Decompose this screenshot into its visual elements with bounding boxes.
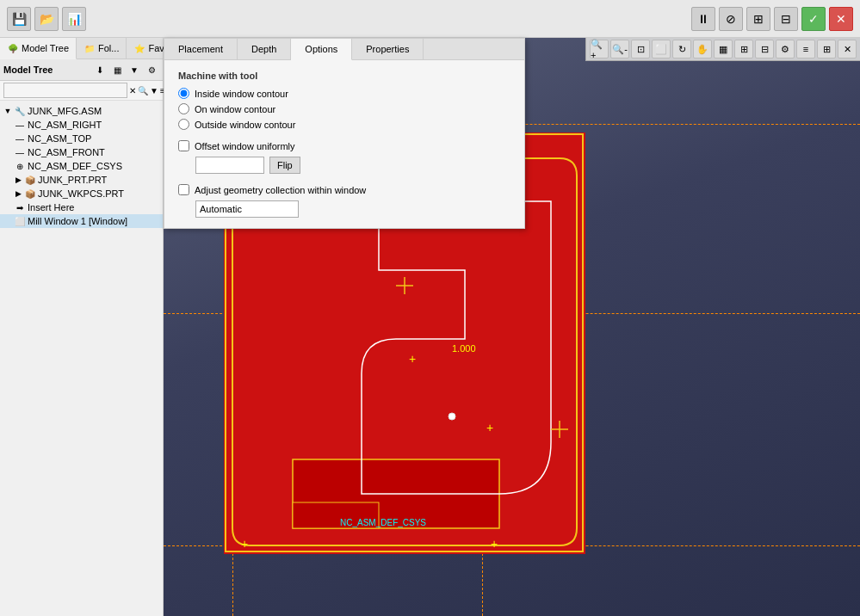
- tab-options[interactable]: Options: [291, 39, 352, 60]
- options-body: Machine with tool Inside window contour …: [164, 60, 524, 228]
- view-more1-button[interactable]: ⊞: [734, 40, 753, 59]
- tree-item-mill-window[interactable]: ⬜ Mill Window 1 [Window]: [0, 214, 163, 228]
- radio-group-contour: Inside window contour On window contour …: [178, 88, 510, 130]
- plane-icon: —: [14, 132, 26, 145]
- adjust-geometry-checkbox[interactable]: [178, 184, 189, 195]
- tree-item-nc-front[interactable]: — NC_ASM_FRONT: [0, 145, 163, 159]
- plane-icon: —: [14, 119, 26, 131]
- view2-button[interactable]: ⊟: [774, 7, 798, 31]
- view-more5-button[interactable]: ⊞: [817, 40, 836, 59]
- tab-folder[interactable]: 📁 Fol...: [77, 38, 127, 59]
- expand-icon-prt: ▶: [14, 176, 22, 184]
- radio-on-input[interactable]: [178, 103, 189, 114]
- tab-model-tree[interactable]: 🌳 Model Tree: [0, 38, 77, 59]
- plane-icon: —: [14, 146, 26, 158]
- coord-label: NC_ASM_DEF_CSYS: [340, 518, 426, 527]
- csys-icon: ⊕: [14, 160, 26, 172]
- tree-item-junk-mfg[interactable]: ▼ 🔧 JUNK_MFG.ASM: [0, 104, 163, 118]
- chart-button[interactable]: 📊: [62, 7, 86, 31]
- svg-point-7: [449, 413, 455, 420]
- radio-inside-input[interactable]: [178, 88, 189, 99]
- tree-header: Model Tree ⬇ ▦ ▼ ⚙: [0, 59, 163, 81]
- favorites-icon: ⭐: [133, 42, 145, 54]
- options-panel: Placement Depth Options Properties Machi…: [164, 38, 525, 229]
- dim-label: 1.000: [452, 343, 476, 354]
- tree-expand-button[interactable]: ▦: [109, 62, 125, 77]
- pause-button[interactable]: ⏸: [691, 7, 715, 31]
- options-tabs: Placement Depth Options Properties: [164, 39, 524, 60]
- view-more6-button[interactable]: ✕: [838, 40, 857, 59]
- left-panel: 🌳 Model Tree 📁 Fol... ⭐ Fav... Model Tre…: [0, 38, 164, 616]
- tree-item-junk-prt[interactable]: ▶ 📦 JUNK_PRT.PRT: [0, 173, 163, 187]
- tab-depth[interactable]: Depth: [238, 39, 291, 59]
- save-button[interactable]: 💾: [7, 7, 31, 31]
- radio-outside-input[interactable]: [178, 119, 189, 130]
- adjust-geometry-checkbox-row[interactable]: Adjust geometry collection within window: [178, 184, 510, 195]
- confirm-button[interactable]: ✓: [801, 7, 826, 31]
- tab-properties[interactable]: Properties: [352, 39, 424, 59]
- tree-content: ▼ 🔧 JUNK_MFG.ASM — NC_ASM_RIGHT — NC_ASM…: [0, 101, 163, 616]
- viewport-toolbar: 🔍+ 🔍- ⊡ ⬜ ↻ ✋ ▦ ⊞ ⊟ ⚙ ≡ ⊞ ✕: [585, 38, 860, 61]
- radio-inside-contour[interactable]: Inside window contour: [178, 88, 510, 99]
- view-more2-button[interactable]: ⊟: [755, 40, 774, 59]
- search-filter-button[interactable]: ▼: [150, 83, 158, 98]
- wkpcs-icon: 📦: [24, 188, 36, 200]
- view1-button[interactable]: ⊞: [746, 7, 770, 31]
- zoom-out-button[interactable]: 🔍-: [610, 40, 629, 59]
- model-tree-icon: 🌳: [7, 42, 19, 54]
- radio-outside-contour[interactable]: Outside window contour: [178, 119, 510, 130]
- machine-with-tool-title: Machine with tool: [178, 71, 510, 81]
- tree-item-nc-top[interactable]: — NC_ASM_TOP: [0, 132, 163, 145]
- named-view-button[interactable]: ▦: [714, 40, 733, 59]
- folder-button[interactable]: 📂: [34, 7, 59, 31]
- stop-button[interactable]: ⊘: [719, 7, 743, 31]
- mill-icon: ⬜: [14, 215, 26, 227]
- crosshair-5: +: [491, 537, 498, 551]
- expand-icon-wkpcs: ▶: [14, 189, 22, 198]
- crosshair-4: +: [241, 537, 248, 551]
- right-content: Placement Depth Options Properties Machi…: [164, 38, 860, 616]
- tree-settings-button[interactable]: ⚙: [144, 62, 159, 77]
- part-icon: 📦: [24, 174, 36, 186]
- rotate-button[interactable]: ↻: [672, 40, 691, 59]
- center-toolbar: ⏸ ⊘ ⊞ ⊟ ✓ ✕: [691, 7, 853, 31]
- dropdown-row: Automatic: [195, 200, 510, 218]
- view-more4-button[interactable]: ≡: [796, 40, 815, 59]
- tab-placement[interactable]: Placement: [164, 39, 238, 59]
- zoom-in-button[interactable]: 🔍+: [590, 40, 609, 59]
- offset-window-checkbox[interactable]: [178, 140, 189, 151]
- tree-item-nc-right[interactable]: — NC_ASM_RIGHT: [0, 118, 163, 132]
- tree-item-insert-here[interactable]: ➡ Insert Here: [0, 200, 163, 214]
- search-input[interactable]: [3, 83, 127, 98]
- main-layout: 🌳 Model Tree 📁 Fol... ⭐ Fav... Model Tre…: [0, 38, 860, 616]
- cancel-button[interactable]: ✕: [829, 7, 853, 31]
- tree-item-nc-csys[interactable]: ⊕ NC_ASM_DEF_CSYS: [0, 159, 163, 173]
- zoom-window-button[interactable]: ⬜: [652, 40, 671, 59]
- assembly-icon: 🔧: [14, 105, 26, 117]
- offset-value-input[interactable]: [195, 157, 264, 174]
- pan-button[interactable]: ✋: [693, 40, 712, 59]
- top-toolbar: 💾 📂 📊 ⏸ ⊘ ⊞ ⊟ ✓ ✕: [0, 0, 860, 38]
- expand-icon: ▼: [3, 107, 12, 115]
- insert-icon: ➡: [14, 201, 26, 213]
- offset-row: Flip: [195, 157, 510, 174]
- panel-tabs: 🌳 Model Tree 📁 Fol... ⭐ Fav...: [0, 38, 163, 59]
- zoom-fit-button[interactable]: ⊡: [631, 40, 650, 59]
- tree-filter-button[interactable]: ▼: [127, 62, 142, 77]
- flip-button[interactable]: Flip: [269, 157, 300, 174]
- tree-item-junk-wkpcs[interactable]: ▶ 📦 JUNK_WKPCS.PRT: [0, 187, 163, 200]
- search-button[interactable]: 🔍: [138, 83, 148, 98]
- radio-on-contour[interactable]: On window contour: [178, 103, 510, 114]
- crosshair-3: +: [486, 421, 493, 434]
- view-more3-button[interactable]: ⚙: [776, 40, 795, 59]
- folder-icon: 📁: [84, 42, 96, 54]
- offset-window-checkbox-row[interactable]: Offset window uniformly: [178, 140, 510, 151]
- tree-header-label: Model Tree: [3, 65, 90, 75]
- automatic-dropdown[interactable]: Automatic: [195, 200, 299, 218]
- crosshair-2: +: [409, 352, 416, 366]
- search-clear-button[interactable]: ✕: [129, 83, 136, 98]
- tree-sort-button[interactable]: ⬇: [92, 62, 108, 77]
- tree-search-bar: ✕ 🔍 ▼ ≡: [0, 81, 163, 101]
